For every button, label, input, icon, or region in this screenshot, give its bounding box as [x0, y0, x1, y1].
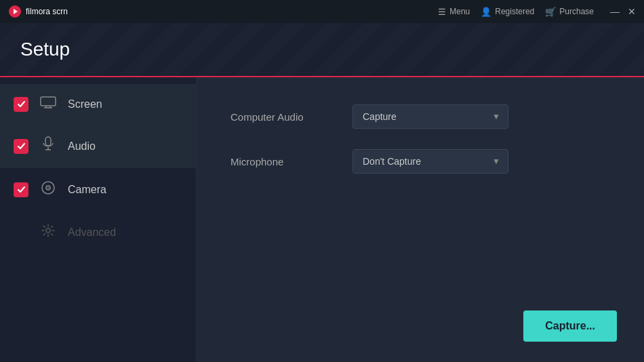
svg-point-12: [46, 228, 50, 233]
audio-icon: [39, 136, 57, 156]
menu-button[interactable]: ☰ Menu: [438, 7, 470, 17]
microphone-select[interactable]: Capture Don't Capture: [353, 149, 508, 174]
computer-audio-label: Computer Audio: [230, 111, 339, 123]
window-controls: — ✕: [610, 7, 636, 16]
svg-rect-2: [41, 97, 56, 106]
sidebar-item-audio[interactable]: Audio: [0, 124, 196, 168]
camera-icon: [39, 180, 57, 199]
user-icon: 👤: [481, 7, 491, 17]
sidebar: Screen Audio: [0, 77, 197, 362]
menu-icon: ☰: [438, 7, 446, 17]
content-area: Computer Audio Capture Don't Capture ▼ M…: [197, 77, 644, 362]
screen-checkbox[interactable]: [14, 97, 28, 112]
advanced-icon: [39, 223, 57, 241]
check-icon: [17, 142, 26, 150]
menu-label: Menu: [449, 7, 470, 16]
microphone-select-wrapper: Capture Don't Capture ▼: [353, 149, 508, 174]
camera-checkbox[interactable]: [14, 182, 28, 197]
check-icon: [17, 185, 26, 194]
microphone-label: Microphone: [230, 156, 339, 167]
titlebar-left: filmora scrn: [8, 5, 68, 18]
svg-rect-6: [45, 137, 51, 146]
audio-checkbox[interactable]: [14, 139, 28, 154]
purchase-label: Purchase: [559, 7, 594, 16]
close-button[interactable]: ✕: [628, 7, 636, 16]
capture-button[interactable]: Capture...: [523, 310, 617, 342]
sidebar-item-advanced[interactable]: Advanced: [0, 211, 196, 254]
header: Setup: [0, 23, 644, 77]
purchase-button[interactable]: 🛒 Purchase: [545, 7, 594, 17]
main-content: Screen Audio: [0, 77, 644, 362]
computer-audio-select[interactable]: Capture Don't Capture: [353, 104, 508, 129]
microphone-row: Microphone Capture Don't Capture ▼: [230, 149, 610, 174]
registered-label: Registered: [495, 7, 534, 16]
cart-icon: 🛒: [545, 7, 556, 17]
titlebar-right: ☰ Menu 👤 Registered 🛒 Purchase — ✕: [438, 7, 636, 17]
computer-audio-row: Computer Audio Capture Don't Capture ▼: [230, 104, 610, 129]
audio-label: Audio: [68, 140, 96, 153]
sidebar-item-camera[interactable]: Camera: [0, 168, 196, 211]
app-logo-icon: [8, 5, 22, 18]
check-icon: [17, 100, 26, 108]
svg-point-11: [47, 187, 49, 188]
advanced-label: Advanced: [68, 226, 116, 239]
page-title: Setup: [20, 39, 70, 60]
minimize-button[interactable]: —: [610, 7, 620, 16]
camera-label: Camera: [68, 184, 106, 196]
titlebar: filmora scrn ☰ Menu 👤 Registered 🛒 Purch…: [0, 0, 644, 23]
registered-button[interactable]: 👤 Registered: [481, 7, 534, 17]
sidebar-item-screen[interactable]: Screen: [0, 84, 196, 124]
screen-icon: [39, 96, 57, 112]
screen-label: Screen: [68, 98, 102, 110]
app-logo-text: filmora scrn: [26, 7, 68, 16]
computer-audio-select-wrapper: Capture Don't Capture ▼: [353, 104, 508, 129]
